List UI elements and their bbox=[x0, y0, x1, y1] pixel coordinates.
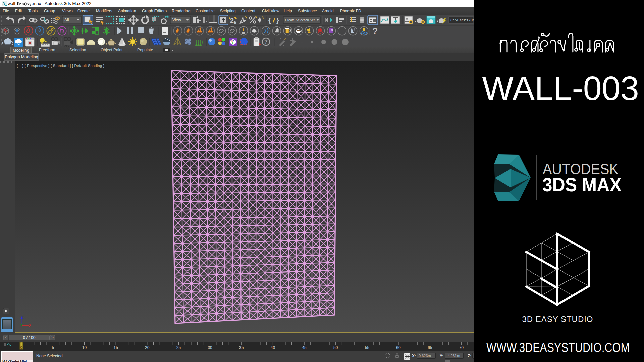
svg-text:3D EASY STUDIO: 3D EASY STUDIO bbox=[522, 315, 593, 324]
svg-text:X: X bbox=[29, 324, 31, 327]
svg-text:70: 70 bbox=[459, 345, 464, 350]
svg-text:40: 40 bbox=[271, 345, 275, 350]
svg-text:35: 35 bbox=[239, 345, 244, 350]
svg-text:0: 0 bbox=[20, 345, 23, 350]
svg-text:WALL-003: WALL-003 bbox=[482, 69, 639, 107]
svg-text:50: 50 bbox=[333, 345, 338, 350]
svg-text:?: ? bbox=[372, 26, 378, 36]
svg-text:30: 30 bbox=[208, 345, 212, 350]
svg-text:{: { bbox=[268, 16, 271, 24]
svg-text:60: 60 bbox=[396, 345, 401, 350]
svg-text:15: 15 bbox=[114, 345, 118, 350]
svg-text:65: 65 bbox=[428, 345, 432, 350]
svg-text:10: 10 bbox=[82, 345, 87, 350]
svg-text:}: } bbox=[276, 16, 279, 24]
svg-text:C:\Users\Use: C:\Users\Use bbox=[450, 18, 474, 22]
svg-text:?: ? bbox=[264, 39, 268, 45]
svg-text:45: 45 bbox=[302, 345, 307, 350]
svg-text:5: 5 bbox=[52, 345, 54, 350]
svg-text:View: View bbox=[172, 18, 181, 22]
svg-text:Z: Z bbox=[21, 316, 23, 319]
svg-text:25: 25 bbox=[176, 345, 181, 350]
svg-text:3DS MAX: 3DS MAX bbox=[542, 174, 622, 195]
svg-text:3: 3 bbox=[2, 1, 5, 6]
svg-text:All: All bbox=[64, 18, 69, 22]
svg-text:55: 55 bbox=[365, 345, 370, 350]
svg-text:5: 5 bbox=[234, 20, 236, 25]
svg-text:Create Selection Set: Create Selection Set bbox=[285, 18, 315, 22]
svg-text:20: 20 bbox=[145, 345, 150, 350]
svg-text:2: 2 bbox=[230, 17, 234, 24]
svg-text:WWW.3DEASYSTUDIO.COM: WWW.3DEASYSTUDIO.COM bbox=[486, 340, 630, 355]
